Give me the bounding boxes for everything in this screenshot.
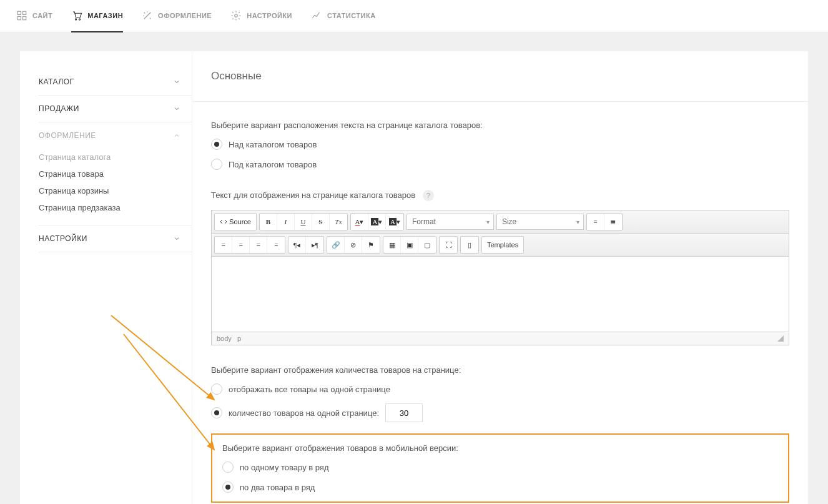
align-center-button[interactable]: ≡ — [232, 237, 250, 253]
catalog-text-block: Текст для отображения на странице катало… — [211, 190, 789, 345]
chevron-up-icon — [173, 132, 180, 139]
iframe-button[interactable]: ▢ — [418, 237, 436, 253]
label-text: Текст для отображения на странице катало… — [211, 190, 415, 200]
chevron-down-icon — [173, 235, 180, 242]
sidebar-header-settings[interactable]: НАСТРОЙКИ — [39, 234, 192, 243]
radio-row-all[interactable]: отображать все товары на одной странице — [211, 383, 789, 395]
text-color-button[interactable]: A▾ — [351, 214, 368, 230]
bold-button[interactable]: B — [260, 214, 277, 230]
templates-button[interactable]: Templates — [482, 237, 523, 253]
radio-mobile-one[interactable] — [222, 462, 234, 473]
sidebar-item-cart-page[interactable]: Страница корзины — [39, 182, 192, 199]
nav-label: МАГАЗИН — [87, 12, 123, 19]
radio-row-per-page[interactable]: количество товаров на одной странице: — [211, 403, 789, 422]
radio-row-mobile-two[interactable]: по два товара в ряд — [222, 482, 778, 493]
underline-button[interactable]: U — [295, 214, 312, 230]
chevron-down-icon — [173, 105, 180, 112]
size-select[interactable]: Size — [496, 214, 584, 230]
radio-per-page[interactable] — [211, 407, 222, 418]
numbered-list-button[interactable]: ≡ — [587, 214, 604, 230]
radio-below[interactable] — [211, 159, 222, 170]
sidebar-section-catalog: КАТАЛОГ — [39, 69, 192, 96]
radio-label: Под каталогом товаров — [229, 160, 317, 169]
radio-label: количество товаров на одной странице: — [229, 408, 379, 418]
code-icon — [220, 218, 227, 225]
resize-handle[interactable] — [777, 335, 784, 342]
sidebar-section-settings: НАСТРОЙКИ — [39, 225, 192, 252]
svg-rect-1 — [23, 11, 26, 14]
field-label: Выберите вариант расположения текста на … — [211, 121, 789, 130]
radio-label: отображать все товары на одной странице — [229, 385, 390, 394]
nav-shop[interactable]: МАГАЗИН — [71, 0, 123, 32]
editor-toolbar-row2: ≡ ≡ ≡ ≡ ¶◂ ▸¶ 🔗 ⊘ ⚑ — [212, 234, 789, 257]
sidebar-label: НАСТРОЙКИ — [39, 234, 87, 243]
editor-toolbar-row1: Source B I U S Tx A▾ A▾ — [212, 210, 789, 234]
path-body: body — [217, 335, 232, 342]
styles-button[interactable]: A▾ — [386, 214, 403, 230]
radio-row-below[interactable]: Под каталогом товаров — [211, 159, 789, 170]
nav-label: САЙТ — [32, 12, 52, 19]
sidebar-header-sales[interactable]: ПРОДАЖИ — [39, 104, 192, 113]
grid-icon — [16, 10, 27, 21]
table-button[interactable]: ▦ — [383, 237, 401, 253]
cart-icon — [71, 10, 82, 21]
sidebar-header-design[interactable]: ОФОРМЛЕНИЕ — [39, 131, 192, 140]
sidebar-subitems: Страница каталога Страница товара Страни… — [39, 149, 192, 216]
radio-all[interactable] — [211, 383, 222, 395]
link-button[interactable]: 🔗 — [327, 237, 345, 253]
radio-row-mobile-one[interactable]: по одному товару в ряд — [222, 462, 778, 473]
nav-site[interactable]: САЙТ — [16, 0, 52, 32]
radio-label: по два товара в ряд — [240, 483, 315, 492]
radio-label: Над каталогом товаров — [229, 140, 317, 149]
ltr-button[interactable]: ¶◂ — [288, 237, 306, 253]
field-label: Выберите вариант отображения товаров в м… — [222, 443, 778, 453]
bullet-list-button[interactable]: ≣ — [604, 214, 622, 230]
svg-point-5 — [79, 18, 81, 19]
anchor-button[interactable]: ⚑ — [362, 237, 380, 253]
help-icon[interactable]: ? — [423, 190, 434, 201]
radio-row-above[interactable]: Над каталогом товаров — [211, 139, 789, 150]
sidebar-section-sales: ПРОДАЖИ — [39, 96, 192, 122]
format-select[interactable]: Format — [407, 214, 494, 230]
editor-path[interactable]: body p — [217, 335, 241, 342]
unlink-button[interactable]: ⊘ — [345, 237, 362, 253]
image-button[interactable]: ▣ — [401, 237, 418, 253]
page-button[interactable]: ▯ — [461, 237, 478, 253]
align-right-button[interactable]: ≡ — [250, 237, 267, 253]
editor-body[interactable] — [212, 257, 789, 332]
sidebar-header-catalog[interactable]: КАТАЛОГ — [39, 77, 192, 86]
align-left-button[interactable]: ≡ — [215, 237, 232, 253]
page-title: Основные — [211, 70, 789, 82]
strike-button[interactable]: S — [312, 214, 330, 230]
nav-stats[interactable]: СТАТИСТИКА — [311, 0, 376, 32]
radio-above[interactable] — [211, 139, 222, 150]
sidebar-item-product-page[interactable]: Страница товара — [39, 166, 192, 182]
align-justify-button[interactable]: ≡ — [267, 237, 285, 253]
italic-button[interactable]: I — [277, 214, 295, 230]
rtl-button[interactable]: ▸¶ — [306, 237, 323, 253]
content-area: Основные Выберите вариант расположения т… — [192, 51, 808, 504]
field-label: Выберите вариант отображения количества … — [211, 365, 789, 375]
path-p: p — [237, 335, 241, 342]
maximize-button[interactable]: ⛶ — [440, 237, 457, 253]
radio-mobile-two[interactable] — [222, 482, 234, 493]
source-button[interactable]: Source — [215, 214, 256, 230]
svg-point-6 — [235, 14, 238, 17]
sidebar: КАТАЛОГ ПРОДАЖИ ОФОРМЛЕНИЕ Страница ката… — [20, 51, 192, 504]
nav-design[interactable]: ОФОРМЛЕНИЕ — [142, 0, 212, 32]
nav-label: СТАТИСТИКА — [327, 12, 376, 19]
nav-label: ОФОРМЛЕНИЕ — [158, 12, 212, 19]
bg-color-button[interactable]: A▾ — [368, 214, 386, 230]
remove-format-button[interactable]: Tx — [330, 214, 347, 230]
sidebar-item-preorder-page[interactable]: Страница предзаказа — [39, 199, 192, 216]
text-position-block: Выберите вариант расположения текста на … — [211, 121, 789, 170]
radio-label: по одному товару в ряд — [240, 463, 328, 472]
sidebar-item-catalog-page[interactable]: Страница каталога — [39, 149, 192, 166]
nav-settings[interactable]: НАСТРОЙКИ — [230, 0, 292, 32]
rich-text-editor: Source B I U S Tx A▾ A▾ — [211, 210, 789, 345]
sidebar-section-design: ОФОРМЛЕНИЕ Страница каталога Страница то… — [39, 122, 192, 225]
svg-rect-2 — [17, 16, 21, 19]
qty-block: Выберите вариант отображения количества … — [211, 365, 789, 503]
qty-input[interactable] — [385, 403, 423, 422]
wand-icon — [142, 10, 153, 21]
